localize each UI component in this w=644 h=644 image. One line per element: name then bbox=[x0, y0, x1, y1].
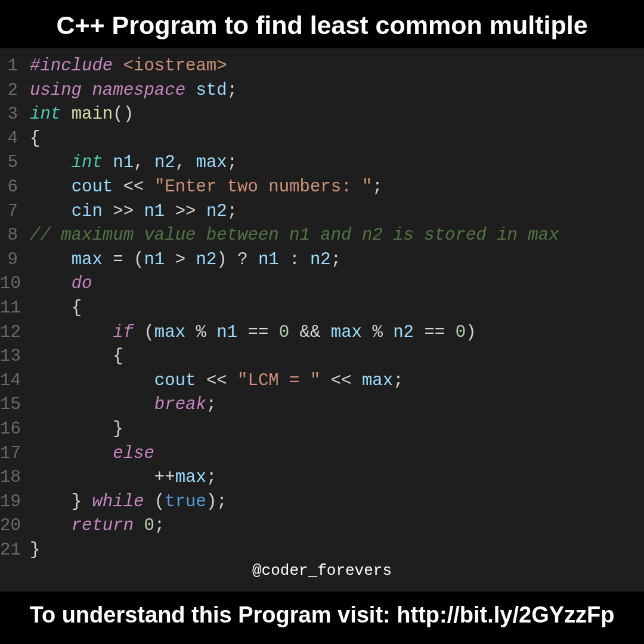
type: int bbox=[72, 153, 103, 172]
line-number: 16 bbox=[0, 417, 30, 442]
footer-text: To understand this Program visit: http:/… bbox=[0, 592, 644, 639]
line-number: 20 bbox=[0, 514, 30, 538]
author-handle: @coder_forevers bbox=[0, 560, 644, 585]
code-line: 10 do bbox=[0, 272, 644, 296]
comment: // maximum value between n1 and n2 is st… bbox=[30, 225, 559, 245]
keyword: namespace bbox=[92, 80, 185, 100]
keyword: while bbox=[92, 492, 144, 512]
line-number: 5 bbox=[0, 151, 30, 175]
line-number: 10 bbox=[0, 272, 30, 296]
line-number: 17 bbox=[0, 442, 30, 466]
variable: max bbox=[331, 323, 362, 342]
string-literal: "Enter two numbers: " bbox=[154, 177, 372, 197]
page-title: C++ Program to find least common multipl… bbox=[0, 0, 644, 48]
code-line: 21} bbox=[0, 538, 644, 563]
preprocessor: #include bbox=[30, 56, 113, 76]
keyword: if bbox=[113, 323, 134, 342]
number: 0 bbox=[279, 323, 289, 342]
string-literal: "LCM = " bbox=[237, 371, 320, 391]
code-line: 5 int n1, n2, max; bbox=[0, 151, 644, 175]
variable: n1 bbox=[144, 250, 165, 270]
identifier: cin bbox=[72, 202, 103, 221]
code-line: 6 cout << "Enter two numbers: "; bbox=[0, 175, 644, 200]
number: 0 bbox=[144, 516, 154, 535]
line-number: 8 bbox=[0, 224, 30, 248]
code-line: 19 } while (true); bbox=[0, 490, 644, 515]
code-line: 4{ bbox=[0, 127, 644, 151]
function-name: main bbox=[72, 104, 113, 124]
variable: n2 bbox=[310, 250, 331, 270]
code-line: 7 cin >> n1 >> n2; bbox=[0, 200, 644, 224]
variable: n2 bbox=[196, 250, 217, 270]
variable: max bbox=[175, 467, 206, 487]
code-line: 9 max = (n1 > n2) ? n1 : n2; bbox=[0, 248, 644, 273]
code-line: 14 cout << "LCM = " << max; bbox=[0, 369, 644, 394]
line-number: 3 bbox=[0, 103, 30, 127]
code-line: 1#include <iostream> bbox=[0, 54, 644, 79]
type: int bbox=[30, 104, 61, 124]
code-line: 16 } bbox=[0, 417, 644, 442]
code-block: 1#include <iostream> 2using namespace st… bbox=[0, 48, 644, 592]
code-line: 20 return 0; bbox=[0, 514, 644, 538]
line-number: 7 bbox=[0, 200, 30, 224]
variable: n2 bbox=[154, 153, 175, 172]
line-number: 15 bbox=[0, 393, 30, 417]
keyword: return bbox=[72, 516, 134, 535]
line-number: 1 bbox=[0, 54, 30, 79]
line-number: 12 bbox=[0, 321, 30, 345]
line-number: 21 bbox=[0, 538, 30, 563]
variable: max bbox=[72, 250, 103, 270]
variable: max bbox=[196, 153, 227, 172]
keyword: else bbox=[113, 444, 154, 463]
variable: n2 bbox=[206, 202, 227, 221]
code-line: 3int main() bbox=[0, 103, 644, 127]
line-number: 19 bbox=[0, 490, 30, 515]
code-line: 17 else bbox=[0, 442, 644, 466]
variable: n1 bbox=[216, 323, 237, 342]
code-line: 2using namespace std; bbox=[0, 79, 644, 103]
line-number: 14 bbox=[0, 369, 30, 394]
code-line: 12 if (max % n1 == 0 && max % n2 == 0) bbox=[0, 321, 644, 345]
line-number: 6 bbox=[0, 175, 30, 200]
line-number: 18 bbox=[0, 466, 30, 490]
identifier: cout bbox=[154, 371, 196, 391]
keyword: break bbox=[154, 395, 206, 414]
code-line: 13 { bbox=[0, 345, 644, 369]
code-line: 8// maximum value between n1 and n2 is s… bbox=[0, 224, 644, 248]
number: 0 bbox=[456, 323, 466, 342]
variable: n2 bbox=[393, 323, 414, 342]
variable: max bbox=[154, 323, 185, 342]
include-header: <iostream> bbox=[123, 56, 227, 76]
line-number: 13 bbox=[0, 345, 30, 369]
code-line: 15 break; bbox=[0, 393, 644, 417]
variable: n1 bbox=[258, 250, 279, 270]
code-line: 18 ++max; bbox=[0, 466, 644, 490]
identifier: cout bbox=[72, 177, 113, 197]
variable: max bbox=[362, 371, 393, 391]
keyword: do bbox=[72, 274, 92, 293]
identifier: std bbox=[196, 80, 227, 100]
keyword: using bbox=[30, 80, 82, 100]
line-number: 9 bbox=[0, 248, 30, 273]
line-number: 2 bbox=[0, 79, 30, 103]
variable: n1 bbox=[144, 202, 165, 221]
constant: true bbox=[165, 492, 206, 512]
code-line: 11 { bbox=[0, 296, 644, 321]
line-number: 11 bbox=[0, 296, 30, 321]
line-number: 4 bbox=[0, 127, 30, 151]
variable: n1 bbox=[113, 153, 134, 172]
